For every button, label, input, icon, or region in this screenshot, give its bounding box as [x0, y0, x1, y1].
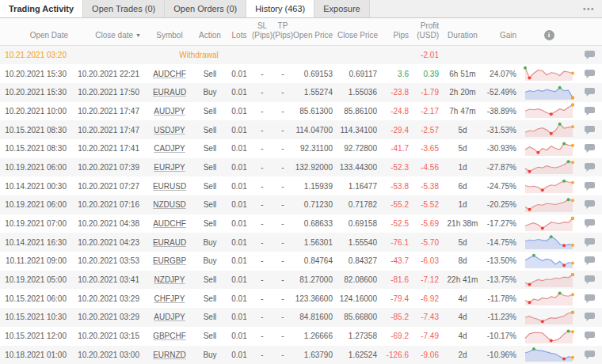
- tab-exposure[interactable]: Exposure: [314, 0, 369, 17]
- col-header-pips[interactable]: Pips: [382, 18, 413, 46]
- symbol-link[interactable]: AUDJPY: [154, 313, 185, 321]
- comment-icon[interactable]: [584, 275, 596, 285]
- symbol-link[interactable]: CADJPY: [154, 144, 185, 153]
- comment-icon[interactable]: [584, 69, 596, 79]
- col-header-close_date[interactable]: Close date▼: [73, 18, 146, 46]
- comment-cell[interactable]: [577, 289, 602, 308]
- sparkline-chart: [524, 347, 574, 362]
- symbol-link[interactable]: EURJPY: [154, 163, 185, 172]
- comment-icon[interactable]: [584, 312, 596, 322]
- symbol-link[interactable]: EURGBP: [153, 256, 186, 265]
- symbol-link[interactable]: CHFJPY: [154, 294, 185, 303]
- sparkline-cell: [521, 102, 577, 121]
- trade-row: 10.15.2021 08:3010.20.2021 17:47USDJPYSe…: [0, 120, 602, 139]
- symbol-link[interactable]: EURAUD: [153, 88, 186, 97]
- info-icon[interactable]: i: [544, 30, 554, 40]
- close-price-cell: 1.55540: [337, 233, 382, 252]
- comment-cell[interactable]: [577, 83, 602, 102]
- comment-icon[interactable]: [584, 331, 596, 341]
- symbol-link[interactable]: GBPCHF: [153, 332, 186, 340]
- comment-icon[interactable]: [584, 218, 596, 229]
- col-label-2: (Pips): [272, 31, 293, 40]
- comment-icon[interactable]: [584, 125, 596, 135]
- sl-cell: -: [252, 233, 272, 252]
- comment-icon[interactable]: [584, 350, 596, 360]
- col-label: Duration: [448, 31, 478, 40]
- pips-cell: -76.1: [382, 233, 413, 252]
- comment-cell[interactable]: [577, 176, 602, 195]
- comment-cell[interactable]: [577, 46, 602, 65]
- col-header-open_date[interactable]: Open Date: [0, 18, 73, 46]
- comment-icon[interactable]: [584, 87, 596, 97]
- symbol-link[interactable]: EURNZD: [153, 351, 186, 359]
- comment-cell[interactable]: [577, 271, 602, 290]
- comment-cell[interactable]: [577, 102, 602, 121]
- symbol-cell: NZDUSD: [146, 195, 193, 214]
- symbol-link[interactable]: AUDCHF: [153, 219, 186, 228]
- close-price-cell: 0.69117: [337, 64, 382, 83]
- profit-cell: -4.56: [413, 158, 444, 177]
- comment-cell[interactable]: [577, 214, 602, 233]
- profit-cell: -7.49: [413, 327, 444, 346]
- comment-icon[interactable]: [584, 162, 596, 173]
- tab-history-463[interactable]: History (463): [246, 0, 314, 17]
- comment-icon[interactable]: [584, 181, 596, 191]
- comment-cell[interactable]: [577, 64, 602, 83]
- col-header-close_price[interactable]: Close Price: [337, 18, 382, 46]
- lots-cell: 0.01: [227, 271, 252, 290]
- symbol-cell: EURAUD: [146, 83, 193, 102]
- col-header-profit[interactable]: Profit(USD): [413, 18, 444, 46]
- comment-icon[interactable]: [584, 106, 596, 116]
- col-header-action[interactable]: Action: [193, 18, 227, 46]
- comment-cell[interactable]: [577, 233, 602, 252]
- sparkline-cell: [521, 195, 577, 214]
- symbol-link[interactable]: EURUSD: [153, 182, 186, 191]
- gain-cell: -24.75%: [482, 176, 521, 195]
- open-date-cell: 10.18.2021 01:00: [0, 346, 73, 364]
- comment-icon[interactable]: [584, 50, 596, 60]
- comment-cell[interactable]: [577, 327, 602, 346]
- comment-cell[interactable]: [577, 195, 602, 214]
- symbol-link[interactable]: NZDJPY: [154, 275, 185, 284]
- lots-cell: 0.01: [227, 120, 252, 139]
- ellipsis-menu-icon[interactable]: •••: [576, 0, 602, 17]
- symbol-cell: EURJPY: [146, 158, 193, 177]
- col-header-open_price[interactable]: Open Price: [293, 18, 337, 46]
- comment-cell[interactable]: [577, 158, 602, 177]
- close-price-cell: 0.69158: [337, 214, 382, 233]
- withdrawal-open-date: 10.21.2021 03:20: [0, 46, 73, 65]
- tp-cell: -: [272, 120, 293, 139]
- comment-cell[interactable]: [577, 346, 602, 364]
- profit-cell: -5.52: [413, 195, 444, 214]
- comment-cell[interactable]: [577, 252, 602, 271]
- symbol-link[interactable]: USDJPY: [154, 126, 185, 135]
- tab-open-trades-0[interactable]: Open Trades (0): [83, 0, 165, 17]
- col-header-lots[interactable]: Lots: [227, 18, 252, 46]
- comment-icon[interactable]: [584, 237, 596, 248]
- comment-cell[interactable]: [577, 139, 602, 158]
- col-header-symbol[interactable]: Symbol: [146, 18, 193, 46]
- comment-cell[interactable]: [577, 308, 602, 327]
- symbol-link[interactable]: AUDJPY: [154, 107, 185, 116]
- comment-icon[interactable]: [584, 199, 596, 210]
- tab-trading-activity[interactable]: Trading Activity: [0, 0, 83, 17]
- comment-cell[interactable]: [577, 120, 602, 139]
- col-header-gain[interactable]: Gain: [482, 18, 521, 46]
- withdrawal-chart-empty: [521, 46, 577, 65]
- pips-cell: -79.4: [382, 289, 413, 308]
- symbol-link[interactable]: NZDUSD: [153, 200, 186, 209]
- col-header-sl[interactable]: SL(Pips): [252, 18, 272, 46]
- trade-row: 10.15.2021 12:0010.20.2021 03:15GBPCHFSe…: [0, 327, 602, 346]
- col-header-chart[interactable]: i: [521, 18, 577, 46]
- symbol-cell: CADJPY: [146, 139, 193, 158]
- symbol-link[interactable]: AUDCHF: [153, 70, 186, 78]
- comment-icon[interactable]: [584, 256, 596, 266]
- comment-icon[interactable]: [584, 294, 596, 304]
- tab-open-orders-0[interactable]: Open Orders (0): [165, 0, 246, 17]
- comment-icon[interactable]: [584, 143, 596, 154]
- col-header-duration[interactable]: Duration: [444, 18, 482, 46]
- gain-cell: -38.89%: [482, 102, 521, 121]
- col-header-tp[interactable]: TP(Pips): [272, 18, 293, 46]
- symbol-link[interactable]: EURAUD: [153, 238, 186, 247]
- open-date-cell: 10.14.2021 16:30: [0, 233, 73, 252]
